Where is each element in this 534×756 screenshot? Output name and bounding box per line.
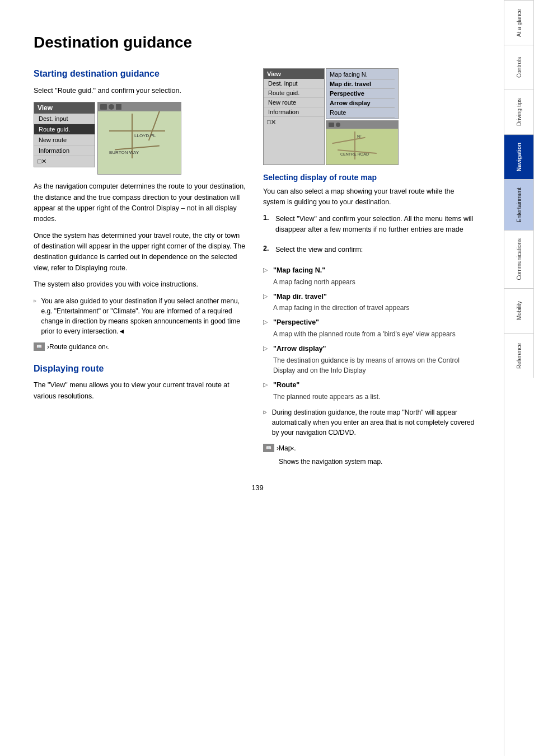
- main-content: Destination guidance Starting destinatio…: [0, 0, 504, 756]
- bullet-desc-3: A map with the planned route from a 'bir…: [273, 329, 456, 339]
- svg-marker-0: [34, 299, 36, 302]
- rp-route: Route: [330, 108, 395, 118]
- travel-route-para: Once the system has determined your trav…: [34, 231, 246, 274]
- bullet-content-4: "Arrow display" The destination guidance…: [273, 344, 476, 375]
- right-menu-header: View: [264, 69, 324, 79]
- bullet-title-1: "Map facing N.": [273, 266, 325, 274]
- sidebar-tab-controls[interactable]: Controls: [504, 45, 534, 90]
- triangle-arrow-icon: [34, 296, 36, 306]
- note-text-guidance: You are also guided to your destination …: [41, 296, 246, 336]
- sidebar-tab-at-a-glance[interactable]: At a glance: [504, 0, 534, 45]
- during-note-text: During destination guidance, the route m…: [272, 407, 476, 438]
- sidebar: At a glance Controls Driving tips Naviga…: [504, 0, 534, 756]
- rp-map-dir: Map dir. travel: [330, 79, 395, 89]
- right-map-controls: [326, 121, 398, 129]
- right-panel-options: Map facing N. Map dir. travel Perspectiv…: [326, 68, 399, 165]
- bullet-perspective: ▷ "Perspective" A map with the planned r…: [263, 317, 476, 339]
- map-label-lloyd: LLOYD PL: [134, 133, 156, 138]
- rp-perspective: Perspective: [330, 89, 395, 98]
- right-panel-menu-container: View Dest. input Route guid. New route I…: [263, 68, 476, 165]
- bullet-content-2: "Map dir. travel" A map facing in the di…: [273, 292, 409, 313]
- right-map-area: CENTRE ROAD N↑: [326, 129, 398, 165]
- sidebar-tabs: At a glance Controls Driving tips Naviga…: [504, 0, 534, 756]
- note-box-guidance: You are also guided to your destination …: [34, 296, 246, 336]
- selecting-display-heading: Selecting display of route map: [263, 173, 476, 182]
- during-note-box: During destination guidance, the route m…: [263, 407, 476, 438]
- displaying-route-heading: Displaying route: [34, 363, 246, 375]
- starting-destination-heading: Starting destination guidance: [34, 68, 246, 80]
- right-map-thumbnail: CENTRE ROAD N↑: [326, 120, 399, 165]
- ref-map-subtext: Shows the navigation system map.: [279, 458, 382, 466]
- right-column: View Dest. input Route guid. New route I…: [263, 68, 476, 467]
- bullet-title-3: "Perspective": [273, 318, 319, 326]
- sidebar-tab-entertainment[interactable]: Entertainment: [504, 179, 534, 230]
- step-2-item: 2. Select the view and confirm:: [263, 245, 476, 261]
- nav-computer-para: As the navigation computer determines th…: [34, 181, 246, 225]
- right-menu-information: Information: [264, 107, 324, 117]
- left-column: Starting destination guidance Select "Ro…: [34, 68, 246, 467]
- page-number: 139: [34, 483, 481, 492]
- rp-map-facing: Map facing N.: [330, 70, 395, 79]
- bullet-desc-5: The planned route appears as a list.: [273, 392, 380, 402]
- right-menu-route-guid: Route guid.: [264, 88, 324, 98]
- map-controls-bar: [98, 102, 181, 111]
- ref-row-map: 📖 ›Map‹.: [263, 443, 476, 453]
- menu-item-route-guid-selected: Route guid.: [34, 124, 95, 135]
- bullet-arrow-display: ▷ "Arrow display" The destination guidan…: [263, 344, 476, 375]
- right-menu-left-panel: View Dest. input Route guid. New route I…: [263, 68, 325, 165]
- ref-text-1: ›Route guidance on‹.: [47, 342, 110, 352]
- step-1-num: 1.: [263, 214, 271, 222]
- ref-book-icon-2: 📖: [263, 444, 274, 452]
- bullet-desc-1: A map facing north appears: [273, 277, 355, 287]
- svg-marker-1: [264, 411, 266, 414]
- view-options-list: ▷ "Map facing N." A map facing north app…: [263, 265, 476, 402]
- triangle-arrow-icon-2: [263, 407, 268, 417]
- sidebar-tab-reference[interactable]: Reference: [504, 333, 534, 378]
- bullet-content-1: "Map facing N." A map facing north appea…: [273, 265, 355, 287]
- right-menu-footer: □✕: [264, 117, 324, 128]
- bullet-title-5: "Route": [273, 381, 299, 389]
- bullet-route: ▷ "Route" The planned route appears as a…: [263, 380, 476, 402]
- sidebar-tab-communications[interactable]: Communications: [504, 230, 534, 288]
- bullet-arrow-4: ▷: [263, 345, 269, 352]
- right-panel-top: Map facing N. Map dir. travel Perspectiv…: [326, 68, 399, 119]
- step-2-num: 2.: [263, 245, 271, 252]
- bullet-title-2: "Map dir. travel": [273, 293, 327, 300]
- sidebar-tab-mobility[interactable]: Mobility: [504, 288, 534, 333]
- ref-map-sub: Shows the navigation system map.: [279, 457, 476, 467]
- bullet-arrow-1: ▷: [263, 266, 269, 274]
- voice-instructions-para: The system also provides you with voice …: [34, 279, 246, 290]
- map-road-h1: [109, 130, 165, 132]
- rp-arrow-display: Arrow display: [330, 98, 395, 108]
- bullet-map-dir: ▷ "Map dir. travel" A map facing in the …: [263, 292, 476, 313]
- menu-item-dest-input: Dest. input: [34, 114, 95, 124]
- menu-footer-left: □✕: [34, 156, 95, 167]
- selecting-display-para: You can also select a map showing your t…: [263, 186, 476, 208]
- starting-dest-para1: Select "Route guid." and confirm your se…: [34, 86, 246, 96]
- numbered-list: 1. Select "View" and confirm your select…: [263, 214, 476, 261]
- bullet-desc-4: The destination guidance is by means of …: [273, 355, 476, 375]
- bullet-arrow-5: ▷: [263, 381, 269, 388]
- map-thumbnail-left: LLOYD PL BURTON WAY: [97, 102, 181, 175]
- menu-header-left: View: [34, 102, 95, 114]
- ref-book-icon-1: 📖: [34, 342, 45, 351]
- step-1-item: 1. Select "View" and confirm your select…: [263, 214, 476, 241]
- left-menu-panel: View Dest. input Route guid. New route I…: [34, 102, 95, 167]
- bullet-arrow-3: ▷: [263, 318, 269, 326]
- bullet-desc-2: A map facing in the direction of travel …: [273, 303, 409, 313]
- right-menu-dest-input: Dest. input: [264, 79, 324, 88]
- menu-item-new-route: New route: [34, 135, 95, 145]
- bullet-content-5: "Route" The planned route appears as a l…: [273, 380, 380, 402]
- step-1-text: Select "View" and confirm your selection…: [275, 214, 476, 236]
- bullet-arrow-2: ▷: [263, 293, 269, 300]
- displaying-route-para: The "View" menu allows you to view your …: [34, 380, 246, 402]
- bullet-title-4: "Arrow display": [273, 345, 326, 353]
- sidebar-tab-driving-tips[interactable]: Driving tips: [504, 90, 534, 134]
- right-menu-new-route: New route: [264, 98, 324, 107]
- sidebar-tab-navigation[interactable]: Navigation: [504, 134, 534, 179]
- menu-screenshot-left: View Dest. input Route guid. New route I…: [34, 102, 246, 175]
- bullet-map-facing-n: ▷ "Map facing N." A map facing north app…: [263, 265, 476, 287]
- step-2-text: Select the view and confirm:: [275, 245, 363, 255]
- menu-item-information: Information: [34, 145, 95, 156]
- bullet-content-3: "Perspective" A map with the planned rou…: [273, 317, 456, 339]
